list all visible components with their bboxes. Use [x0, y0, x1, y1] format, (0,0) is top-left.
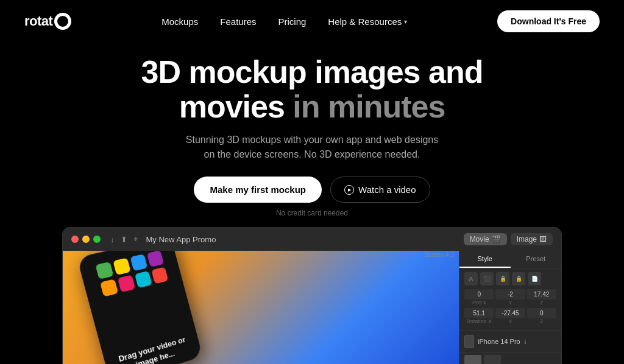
- nav-pricing[interactable]: Pricing: [278, 16, 306, 27]
- hero-subtext: Stunning 3D mockups with your own app an…: [184, 133, 440, 162]
- app-icon-5: [100, 279, 118, 298]
- app-title: My New App Promo: [146, 235, 216, 244]
- pos-z-label: z: [527, 299, 556, 306]
- pos-x-label: Pos x: [464, 299, 494, 306]
- maximize-window-button[interactable]: [93, 236, 101, 243]
- hero-section: 3D mockup images and movies in minutes S…: [0, 43, 624, 217]
- rotation-coords: 51.1 Rotation X -27.45 Y 0 Z: [464, 308, 556, 324]
- device-view-1[interactable]: [464, 355, 481, 364]
- app-icon-4: [146, 251, 163, 267]
- rot-z-group: 0 Z: [527, 308, 556, 324]
- app-preview-window: ↓ ⬆ ⌖ My New App Promo Movie 🎬 Image 🖼: [62, 227, 562, 364]
- app-icon-8: [151, 267, 168, 284]
- hero-headline: 3D mockup images and movies in minutes: [12, 55, 612, 124]
- nav: Mockups Features Pricing Help & Resource…: [161, 16, 407, 27]
- canvas-area[interactable]: Screen 4:3: [63, 251, 459, 364]
- movie-tab[interactable]: Movie 🎬: [464, 233, 507, 245]
- transform-icon-3[interactable]: 🔒: [496, 272, 509, 285]
- rot-x-group: 51.1 Rotation X: [464, 308, 494, 324]
- panel-icons-row: A ⬛ 🔒 🔒 📄: [464, 272, 556, 285]
- app-icon-2: [113, 258, 131, 276]
- preset-tab[interactable]: Preset: [511, 251, 562, 268]
- logo[interactable]: rotat: [24, 13, 71, 30]
- download-icon: ↓: [110, 235, 115, 244]
- nav-features[interactable]: Features: [220, 16, 256, 27]
- cta-secondary-button[interactable]: ▶ Watch a video: [330, 177, 430, 203]
- app-icon-7: [134, 271, 152, 289]
- rot-x-label: Rotation X: [464, 318, 494, 324]
- app-icons-grid: [95, 251, 168, 297]
- movie-tab-icon: 🎬: [492, 235, 501, 243]
- pos-y-group: -2 Y: [495, 289, 525, 306]
- drag-text: Drag your video or image he...: [110, 333, 196, 364]
- panel-tabs: Style Preset: [459, 251, 561, 268]
- nav-mockups[interactable]: Mockups: [161, 16, 198, 27]
- rot-z-label: Z: [527, 318, 556, 324]
- image-tab-label: Image: [517, 235, 537, 243]
- pos-x-group: 0 Pos x: [464, 289, 494, 306]
- style-tab[interactable]: Style: [459, 251, 511, 268]
- app-icon-1: [95, 262, 113, 279]
- device-icon: [464, 335, 474, 348]
- transform-icon-2[interactable]: ⬛: [480, 272, 494, 285]
- info-icon: ℹ: [524, 338, 526, 345]
- download-button[interactable]: Download It's Free: [497, 10, 600, 32]
- hero-buttons: Make my first mockup ▶ Watch a video: [12, 177, 612, 203]
- nav-help[interactable]: Help & Resources ▾: [328, 16, 407, 27]
- screen-label: Screen 4:3: [425, 251, 454, 258]
- device-name: iPhone 14 Pro: [478, 338, 520, 345]
- headline-line1: 3D mockup images and: [141, 54, 483, 89]
- app-body: Screen 4:3: [63, 251, 561, 364]
- cta-primary-button[interactable]: Make my first mockup: [194, 177, 322, 203]
- app-icon-3: [130, 254, 147, 271]
- no-card-text: No credit card needed: [12, 209, 612, 217]
- rot-y-label: Y: [495, 318, 525, 324]
- image-tab-icon: 🖼: [539, 235, 547, 243]
- panel-transform-section: A ⬛ 🔒 🔒 📄 0 Pos x -2 Y: [459, 268, 561, 331]
- rot-y-group: -27.45 Y: [495, 308, 525, 324]
- right-panel: Style Preset A ⬛ 🔒 🔒 📄: [459, 251, 561, 364]
- titlebar-tabs: Movie 🎬 Image 🖼: [464, 233, 553, 245]
- cta-secondary-label: Watch a video: [358, 184, 416, 195]
- header: rotat Mockups Features Pricing Help & Re…: [0, 0, 624, 43]
- transform-icon-1[interactable]: A: [464, 272, 478, 285]
- titlebar-actions: ↓ ⬆ ⌖: [110, 234, 138, 244]
- pos-z-group: 17.42 z: [527, 289, 556, 306]
- mockup-scene: Screen 4:3: [63, 251, 459, 364]
- transform-icon-4[interactable]: 🔒: [512, 272, 525, 285]
- minimize-window-button[interactable]: [82, 236, 90, 243]
- rot-x-value[interactable]: 51.1: [464, 308, 494, 318]
- chevron-down-icon: ▾: [404, 18, 407, 25]
- app-icon-6: [117, 275, 135, 293]
- pos-y-value[interactable]: -2: [495, 289, 525, 299]
- logo-text: rotat: [24, 13, 52, 29]
- transform-icon-5[interactable]: 📄: [528, 272, 541, 285]
- device-row: iPhone 14 Pro ℹ: [459, 331, 561, 352]
- headline-highlight: in minutes: [292, 89, 445, 124]
- pos-z-value[interactable]: 17.42: [527, 289, 556, 299]
- cursor-icon: ⌖: [133, 234, 138, 244]
- headline-line2: movies: [179, 89, 293, 124]
- rot-y-value[interactable]: -27.45: [495, 308, 525, 318]
- pos-x-value[interactable]: 0: [464, 289, 494, 299]
- device-view-2[interactable]: [484, 355, 501, 364]
- app-titlebar: ↓ ⬆ ⌖ My New App Promo Movie 🎬 Image 🖼: [63, 228, 561, 251]
- play-icon: ▶: [344, 185, 354, 195]
- close-window-button[interactable]: [71, 236, 79, 243]
- traffic-lights: [71, 236, 101, 243]
- logo-icon: [54, 13, 71, 30]
- position-coords: 0 Pos x -2 Y 17.42 z: [464, 289, 556, 306]
- image-tab[interactable]: Image 🖼: [511, 233, 553, 245]
- movie-tab-label: Movie: [470, 235, 489, 243]
- pos-y-label: Y: [495, 299, 525, 306]
- share-icon: ⬆: [121, 235, 127, 244]
- rot-z-value[interactable]: 0: [527, 308, 556, 318]
